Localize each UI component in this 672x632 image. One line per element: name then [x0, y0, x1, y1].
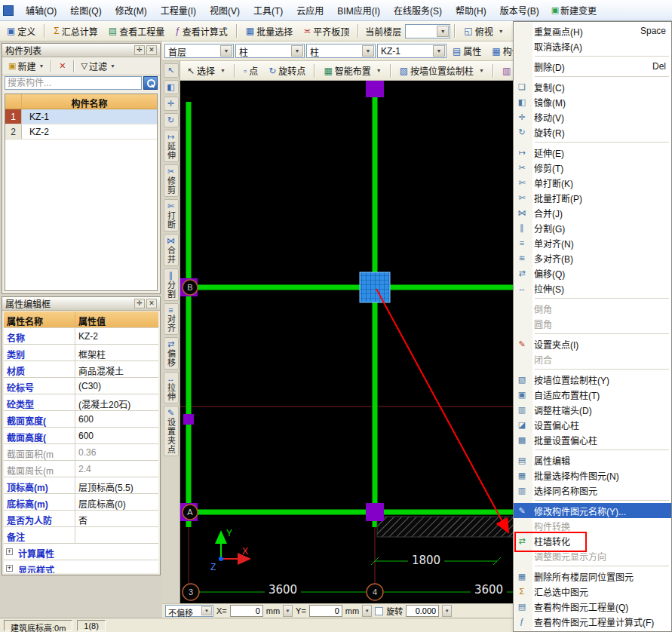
property-value[interactable]: 600 — [75, 428, 158, 443]
new-component-button[interactable]: ▣ 新建 — [5, 57, 48, 75]
x-coordinate-input[interactable] — [230, 605, 263, 617]
context-menu-item[interactable]: ◪ 设置偏心柱 — [514, 417, 671, 432]
context-menu-item[interactable]: ▦ 批量选择构件图元(N) — [514, 468, 671, 483]
strip-tool-button[interactable]: ◧ — [164, 80, 179, 94]
toolbar-control[interactable]: KZ-1 — [377, 44, 446, 58]
context-menu-item[interactable]: ✄ 单打断(K) — [514, 175, 671, 190]
strip-tool-button[interactable]: ✛ — [164, 97, 179, 111]
property-value[interactable]: KZ-2 — [75, 328, 158, 344]
delete-component-button[interactable]: ✕ — [55, 59, 69, 73]
toolbar-control[interactable]: 柱 — [306, 44, 376, 58]
context-menu-item[interactable]: 构件转换 — [514, 518, 671, 533]
property-value[interactable]: (C30) — [75, 378, 158, 394]
strip-tool-button[interactable]: ↖ — [164, 63, 179, 78]
rotate-checkbox[interactable] — [375, 607, 383, 615]
draw-tool-button[interactable] — [314, 64, 315, 78]
toolbar-control[interactable]: 柱 — [235, 44, 305, 58]
toolbar-button[interactable]: Σ 汇总计算 — [49, 23, 102, 40]
toolbar-button[interactable]: ▤ 查看工程量 — [104, 23, 169, 40]
menubar-item[interactable]: 在线服务(S) — [386, 1, 448, 20]
context-menu-item[interactable]: ≋ 多对齐(B) — [514, 250, 671, 265]
context-menu-item[interactable]: 调整图元显示方向 — [514, 548, 671, 563]
draw-tool-button[interactable]: ▧ 按墙位置绘制柱 — [395, 62, 489, 79]
strip-tool-button[interactable]: ↻ — [164, 113, 179, 127]
context-menu-item[interactable]: 删除(D) Del — [514, 59, 671, 74]
strip-tool-button[interactable]: ✂ 修剪 — [164, 164, 179, 197]
toolbar-button[interactable]: ƒ 查看计算式 — [170, 23, 232, 40]
context-menu-item[interactable]: ▩ 批量设置偏心柱 — [514, 432, 671, 447]
context-menu-item[interactable]: ↻ 旋转(R) — [514, 124, 671, 140]
toolbar-button[interactable]: ◱ 俯视 — [459, 23, 508, 40]
toolbar-button[interactable] — [357, 24, 359, 38]
toolbar-button[interactable]: ▦ 批量选择 — [241, 23, 297, 40]
strip-tool-button[interactable]: ↔ 拉伸 — [164, 372, 179, 403]
expander-icon[interactable] — [6, 565, 13, 572]
toolbar-button[interactable] — [405, 24, 450, 38]
context-menu-item[interactable]: ▦ 删除所有楼层同位置图元 — [514, 569, 671, 584]
toolbar-button[interactable]: ▣ 定义 — [2, 23, 40, 40]
context-menu-item[interactable]: 闭合 — [514, 351, 671, 367]
menubar-item[interactable]: 工具(T) — [246, 1, 289, 20]
draw-tool-button[interactable]: ▦ 智能布置 — [319, 62, 385, 79]
strip-tool-button[interactable]: ↦ 延伸 — [164, 130, 179, 162]
context-menu-item[interactable]: ≡ 单对齐(N) — [514, 235, 671, 250]
context-menu-item[interactable]: ƒ 查看构件图元工程量计算式(F) — [514, 614, 671, 629]
strip-tool-button[interactable]: ⋈ 合并 — [164, 234, 179, 266]
context-menu-item[interactable]: ↔ 拉伸(S) — [514, 281, 671, 296]
strip-tool-button[interactable]: ⇄ 偏移 — [164, 337, 179, 370]
component-row[interactable]: 1 KZ-1 — [5, 109, 157, 124]
context-menu-item[interactable]: 重复画点(H) Space — [514, 23, 671, 38]
menubar-item[interactable]: 工程量(I) — [153, 1, 202, 20]
selected-column[interactable] — [360, 272, 390, 302]
toolbar-button[interactable]: 当前楼层 — [363, 23, 404, 39]
y-coordinate-input[interactable] — [309, 605, 342, 617]
draw-tool-button[interactable] — [390, 64, 391, 78]
strip-tool-button[interactable]: ∥ 分割 — [164, 268, 179, 301]
menubar-item[interactable]: 帮助(H) — [448, 1, 492, 20]
context-menu-item[interactable]: ▥ 调整柱端头(D) — [514, 402, 671, 417]
pin-icon[interactable]: ✛ — [134, 299, 145, 308]
close-icon[interactable]: ✕ — [146, 45, 157, 55]
component-row-name[interactable]: KZ-1 — [22, 109, 157, 124]
x-dropdown-icon[interactable]: ▼ — [283, 605, 293, 617]
toolbar-button[interactable] — [44, 24, 45, 38]
strip-tool-button[interactable]: ✎ 设置夹点 — [164, 406, 179, 456]
y-dropdown-icon[interactable]: ▼ — [362, 605, 372, 617]
context-menu-item[interactable]: ✄ 批量打断(P) — [514, 190, 671, 205]
draw-tool-button[interactable] — [234, 64, 235, 78]
context-menu-item[interactable]: ⇄ 偏移(Q) — [514, 265, 671, 281]
context-menu-item[interactable]: ✎ 设置夹点(I) — [514, 336, 671, 351]
context-menu-item[interactable]: ↦ 延伸(E) — [514, 145, 671, 160]
menubar-item[interactable]: 云应用 — [289, 1, 330, 20]
menubar-item[interactable]: 辅轴(O) — [18, 1, 63, 20]
offset-mode-combo[interactable]: 不偏移 — [165, 605, 213, 617]
property-value[interactable]: 2.4 — [75, 461, 158, 477]
toolbar-button[interactable] — [236, 24, 238, 38]
property-value[interactable]: (混凝土20石) — [75, 394, 158, 410]
toolbar-control[interactable]: 首层 — [164, 44, 234, 58]
context-menu-item[interactable]: ✛ 移动(V) — [514, 109, 671, 124]
property-value[interactable]: 商品混凝土 — [75, 361, 158, 377]
component-row[interactable]: 2 KZ-2 — [5, 124, 157, 140]
draw-tool-button[interactable]: ▫ 点 — [239, 62, 262, 79]
expander-icon[interactable] — [6, 548, 13, 555]
context-menu-item[interactable]: ❏ 复制(C) — [514, 79, 671, 94]
menubar-item[interactable]: 版本号(B) — [492, 1, 545, 20]
menubar-item[interactable]: ▣ 新建变更 — [545, 1, 603, 20]
toolbar-button[interactable]: ≍ 平齐板顶 — [299, 23, 354, 40]
strip-tool-button[interactable]: ≡ 对齐 — [164, 303, 179, 335]
menubar-item[interactable]: 视图(V) — [202, 1, 246, 20]
property-value[interactable]: 600 — [75, 411, 158, 427]
context-menu-item[interactable]: ▤ 属性编辑 — [514, 453, 671, 468]
pin-icon[interactable]: ✛ — [134, 45, 145, 55]
property-value[interactable]: 0.36 — [75, 444, 158, 460]
columns[interactable] — [180, 81, 384, 521]
property-value[interactable] — [75, 527, 158, 543]
filter-button[interactable]: ▽ 过滤 — [78, 57, 119, 75]
close-icon[interactable]: ✕ — [146, 299, 157, 308]
property-value[interactable]: 否 — [75, 511, 158, 526]
context-menu-item[interactable]: ▥ 选择同名称图元 — [514, 483, 671, 498]
menubar-item[interactable]: 绘图(Q) — [63, 1, 107, 20]
context-menu-item[interactable]: ✂ 修剪(T) — [514, 160, 671, 175]
rotate-dropdown-icon[interactable]: ▼ — [442, 605, 452, 617]
